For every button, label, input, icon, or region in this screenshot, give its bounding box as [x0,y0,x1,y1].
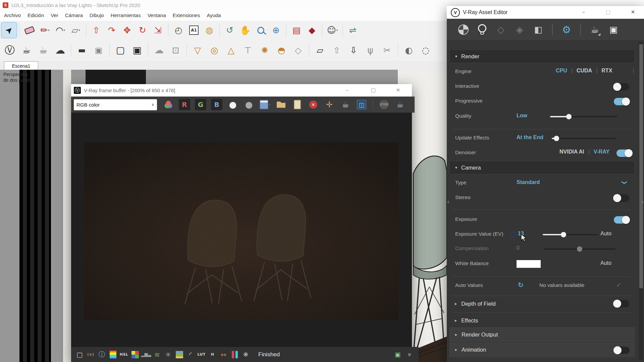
chevron-down-icon[interactable]: ❯ [622,180,628,185]
cloud-render-button[interactable]: ☁ [151,42,167,59]
hsl-button[interactable]: HSL [119,349,129,360]
kebab-menu-icon[interactable]: ⋮ [631,68,636,74]
vray-omni-light-button[interactable]: ✺ [256,42,273,59]
background-image-button[interactable] [108,349,118,360]
dropdown-arrow-icon[interactable]: ▾ [269,103,270,106]
effects-section[interactable]: ▸ Effects [449,313,635,328]
vfb-canvas[interactable] [71,113,412,347]
shape-tool[interactable]: ▱▾ [68,22,84,38]
vray-mesh-light-button[interactable]: ◇ [290,42,307,59]
camera-section-header[interactable]: ▾ Camera [449,161,635,174]
vray-interactive-render-button[interactable]: ⇌ [345,22,361,38]
vray-batch-render-button[interactable]: ◆ [304,22,320,38]
menu-ayuda[interactable]: Ayuda [203,10,224,21]
lut-button[interactable]: LUT [196,349,207,360]
info-button[interactable]: ⓘ [97,349,107,360]
region-render-button[interactable]: ☕ [338,98,353,111]
alpha-channel-button[interactable]: ● [225,98,240,111]
denoiser-button[interactable]: ❋ [240,349,251,360]
open-image-button[interactable] [274,98,288,111]
menu-extensiones[interactable]: Extensiones [169,10,204,21]
text-tool[interactable]: A1 [186,22,202,38]
white-balance-swatch[interactable] [517,260,541,268]
menu-camara[interactable]: Cámara [62,10,86,21]
vray-tray-a-button[interactable]: ▬ [73,42,90,59]
chaos-cloud-button[interactable]: ☁ [52,42,68,59]
tape-measure-tool[interactable]: ◴ [171,22,186,38]
vfb-close-button[interactable]: ✕ [393,86,403,95]
dropdown-arrow-icon[interactable]: ▾ [78,28,80,32]
followme-tool[interactable]: ↷ [104,22,119,38]
lens-effects-button[interactable]: ✳ [163,349,173,360]
ae-maximize-button[interactable]: □ [603,8,613,16]
vray-rect-light-button[interactable]: ▽ [189,42,206,59]
channels-venn-button[interactable] [161,98,176,111]
frame-buffer-a-button[interactable]: ▢ [112,42,129,59]
depth-of-field-section[interactable]: ▸ Depth of Field [449,296,635,311]
depth-of-field-toggle[interactable] [614,300,629,307]
vray-proxy-export-button[interactable]: ⇧ [328,42,345,59]
menu-herramientas[interactable]: Herramientas [107,10,144,21]
denoiser-option-nvidia-ai[interactable]: NVIDIA AI [559,149,584,155]
icc-button[interactable]: ↔ [218,349,229,360]
pan-tool[interactable]: ✋ [237,22,253,38]
move-tool[interactable]: ✥ [119,22,135,38]
vray-scatter-button[interactable]: ◌ [417,42,434,59]
vray-render-button[interactable]: ☕ [18,42,35,59]
vray-displacement-button[interactable]: ◐ [400,42,417,59]
account-button[interactable]: ☺▾ [325,22,340,38]
blue-channel-button[interactable]: B [209,98,224,111]
vfb-layers-button[interactable]: (≡) [86,349,96,360]
quality-value[interactable]: Low [517,113,527,119]
composite-bars-button[interactable] [229,349,240,360]
animation-toggle[interactable] [614,347,630,354]
engine-option-cpu[interactable]: CPU [556,68,567,74]
vray-clipper-button[interactable]: ✂ [379,42,395,59]
vray-render-interactive-button[interactable]: ☕ [35,42,52,59]
dropdown-arrow-icon[interactable]: ▾ [64,28,65,32]
histogram-button[interactable]: ▂▆▃ [141,349,151,360]
vray-export-button[interactable]: ▤ [289,22,304,38]
scene-tab-escena1[interactable]: Escena1 [4,61,38,70]
materials-tab[interactable] [457,22,470,37]
channel-dropdown[interactable]: RGB color ∨ [74,99,157,110]
ae-close-button[interactable]: ✕ [628,8,638,16]
panel-collapse-left-icon[interactable]: ‹ [447,198,449,205]
vray-sphere-light-button[interactable]: ◎ [206,42,223,59]
zoom-extents-tool[interactable]: ⊕ [268,22,284,38]
ev-slider[interactable] [543,234,598,235]
update-effects-slider[interactable] [552,138,615,139]
lights-tab[interactable] [476,22,488,37]
vfb-settings-button[interactable]: ▢ [74,349,85,360]
green-channel-button[interactable]: G [193,98,208,111]
menu-dibujo[interactable]: Dibujo [86,10,107,21]
render-last-button[interactable]: ☕ [393,98,408,111]
curve-button[interactable]: ◜ [185,349,196,360]
frame-buffer-b-button[interactable]: ▣ [129,42,146,59]
vfb-maximize-button[interactable]: □ [368,86,378,95]
geometry-tab[interactable]: ◇ [494,22,507,37]
menu-ventana[interactable]: Ventana [144,10,169,21]
vray-fur-button[interactable]: ψ [362,42,379,59]
vray-spot-light-button[interactable]: △ [223,42,239,59]
vray-dome-light-button[interactable]: ◓ [273,42,290,59]
vfb-titlebar[interactable]: Ⓥ V-Ray frame buffer - [200% of 850 x 47… [71,84,412,97]
arc-tool[interactable]: ◠▾ [53,22,68,38]
viewport-lock-button[interactable]: ⊡ [167,42,184,59]
eraser-tool[interactable] [22,22,37,38]
heat-map-button[interactable]: H [207,349,218,360]
vray-tray-b-button[interactable]: ▣ [90,42,107,59]
denoiser-toggle[interactable] [616,149,632,157]
render-section-header[interactable]: ▾ Render [449,50,635,63]
scrollbar-thumb[interactable] [639,44,643,288]
engine-option-cuda[interactable]: CUDA [577,68,592,74]
vray-ies-light-button[interactable]: ⊤ [239,42,256,59]
paint-bucket-tool[interactable]: ◍ [202,22,217,38]
ev-auto-label[interactable]: Auto [600,231,611,237]
denoiser-option-vray[interactable]: V-RAY [594,149,609,155]
show-vfb-button[interactable]: ▣ [607,22,620,37]
orbit-tool[interactable]: ↺ [222,22,237,38]
line-tool[interactable]: ✏▾ [37,22,53,38]
vray-infinite-plane-button[interactable]: ▱ [312,42,328,59]
levels-button[interactable]: ≋ [152,349,162,360]
